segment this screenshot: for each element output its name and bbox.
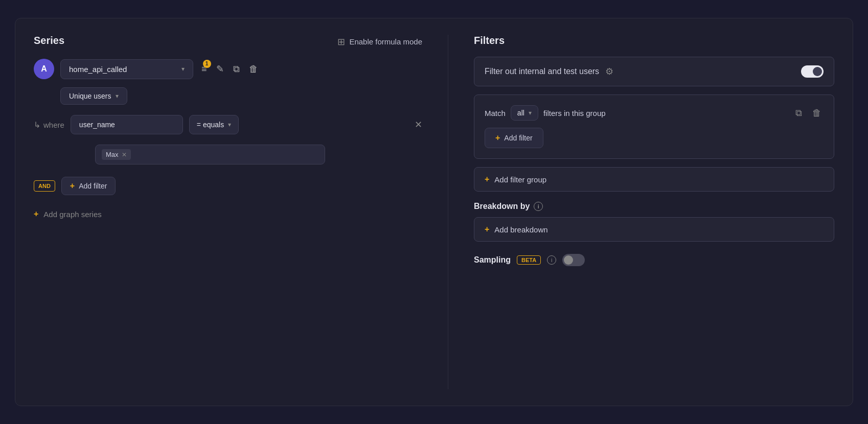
tags-row: Max ✕ (95, 145, 422, 164)
trash-group-icon: 🗑 (812, 108, 821, 118)
beta-badge: BETA (517, 255, 541, 265)
breakdown-info-icon: i (534, 202, 543, 211)
filter-title-area: Filter out internal and test users ⚙ (485, 66, 613, 77)
breakdown-title: Breakdown by i (474, 202, 834, 211)
event-select-value: home_api_called (69, 65, 127, 74)
add-breakdown-button[interactable]: + Add breakdown (474, 217, 834, 242)
where-label: ↳ where (34, 120, 64, 130)
add-filter-group-inner-label: Add filter (504, 134, 532, 142)
copy-icon: ⧉ (233, 64, 240, 74)
filters-title: Filters (474, 35, 834, 46)
sampling-toggle[interactable] (562, 254, 585, 266)
where-row: ↳ where = equals ▾ ✕ (34, 115, 422, 134)
add-filter-inner-plus-icon: + (495, 133, 500, 143)
tag-max: Max ✕ (102, 149, 131, 160)
series-title: Series (34, 35, 64, 46)
breakdown-label: Breakdown by (474, 202, 530, 211)
and-badge: AND (34, 180, 55, 192)
copy-group-button[interactable]: ⧉ (793, 106, 804, 121)
where-arrow-icon: ↳ (34, 120, 40, 130)
tags-container: Max ✕ (95, 145, 325, 164)
main-container: Series ⊞ Enable formula mode A home_api_… (15, 18, 853, 406)
add-breakdown-label: Add breakdown (494, 225, 547, 234)
filter-count-badge: 1 (203, 60, 211, 68)
match-row: Match all ▾ filters in this group ⧉ 🗑 (485, 105, 824, 121)
delete-toolbar-button[interactable]: 🗑 (247, 62, 260, 77)
plus-icon: + (70, 181, 75, 191)
operator-chevron-icon: ▾ (228, 121, 231, 128)
add-series-label: Add graph series (43, 210, 101, 219)
delete-group-button[interactable]: 🗑 (810, 106, 824, 121)
trash-icon: 🗑 (249, 64, 258, 74)
sampling-info-icon: i (547, 255, 556, 265)
add-breakdown-plus-icon: + (485, 225, 489, 234)
match-actions: ⧉ 🗑 (793, 106, 824, 121)
and-add-row: AND + Add filter (34, 177, 422, 195)
panel-divider (448, 35, 448, 389)
tag-remove-button[interactable]: ✕ (122, 151, 127, 158)
toolbar: ≡ 1 ✎ ⧉ 🗑 (199, 61, 260, 77)
operator-dropdown[interactable]: = equals ▾ (189, 115, 239, 134)
add-series-plus-icon: + (34, 209, 38, 219)
internal-filter-toggle[interactable] (801, 65, 824, 78)
add-filter-group-button[interactable]: + Add filter group (474, 167, 834, 192)
add-filter-button[interactable]: + Add filter (61, 177, 116, 195)
chevron-down-icon: ▾ (181, 65, 185, 73)
sampling-label: Sampling (474, 255, 511, 265)
filter-toolbar-button[interactable]: ≡ 1 (199, 62, 209, 77)
add-filter-group-label: Add filter group (494, 175, 546, 184)
formula-mode-button[interactable]: ⊞ Enable formula mode (337, 36, 422, 48)
aggregation-chevron-icon: ▾ (116, 92, 119, 100)
event-row: A home_api_called ▾ ≡ 1 ✎ ⧉ 🗑 (34, 59, 422, 79)
copy-toolbar-button[interactable]: ⧉ (231, 62, 242, 77)
match-value: all (517, 109, 524, 117)
aggregation-dropdown[interactable]: Unique users ▾ (60, 87, 127, 105)
match-left: Match all ▾ filters in this group (485, 105, 606, 121)
pencil-icon: ✎ (216, 64, 224, 74)
add-filter-group-inner-button[interactable]: + Add filter (485, 128, 543, 148)
match-chevron-icon: ▾ (529, 109, 532, 116)
event-select-dropdown[interactable]: home_api_called ▾ (60, 59, 193, 79)
gear-icon[interactable]: ⚙ (605, 66, 613, 77)
edit-toolbar-button[interactable]: ✎ (214, 61, 226, 77)
filter-header-row: Filter out internal and test users ⚙ (474, 57, 834, 86)
avatar: A (34, 59, 54, 79)
match-select-dropdown[interactable]: all ▾ (511, 105, 538, 121)
filters-in-group-label: filters in this group (543, 109, 606, 117)
match-label: Match (485, 109, 506, 117)
filter-group-box: Match all ▾ filters in this group ⧉ 🗑 (474, 95, 834, 159)
formula-mode-label: Enable formula mode (349, 37, 422, 46)
copy-group-icon: ⧉ (795, 108, 802, 118)
tag-value: Max (106, 151, 119, 158)
operator-label: = equals (197, 121, 224, 129)
sampling-row: Sampling BETA i (474, 254, 834, 266)
internal-filter-label: Filter out internal and test users (485, 67, 599, 76)
where-close-button[interactable]: ✕ (415, 119, 422, 130)
aggregation-label: Unique users (69, 92, 111, 100)
breakdown-section: Breakdown by i + Add breakdown (474, 202, 834, 242)
add-filter-group-plus-icon: + (485, 175, 489, 184)
add-filter-label: Add filter (79, 182, 107, 190)
left-panel: Series ⊞ Enable formula mode A home_api_… (34, 35, 422, 389)
right-panel: Filters Filter out internal and test use… (474, 35, 834, 389)
formula-icon: ⊞ (337, 36, 345, 48)
add-series-row[interactable]: + Add graph series (34, 209, 422, 219)
filter-field-input[interactable] (71, 115, 183, 134)
